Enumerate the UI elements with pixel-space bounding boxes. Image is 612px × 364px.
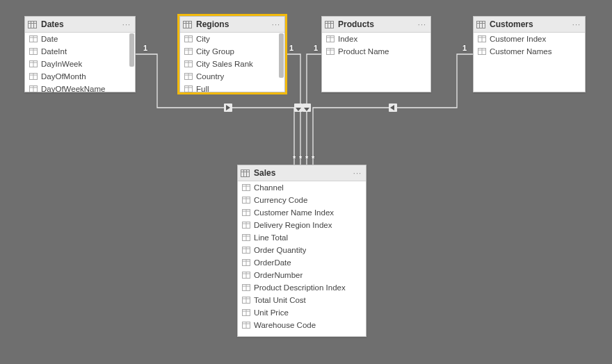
table-title: Regions: [196, 19, 271, 29]
table-products[interactable]: Products ··· Index Product Name: [321, 16, 431, 92]
field-row[interactable]: Customer Name Index: [238, 206, 366, 219]
model-diagram-canvas[interactable]: .conn { stroke:#e9e9e9; stroke-width:1.3…: [0, 0, 612, 364]
field-icon: [29, 35, 38, 42]
svg-rect-56: [477, 21, 485, 28]
field-row[interactable]: Total Unit Cost: [238, 294, 366, 306]
field-row[interactable]: Delivery Region Index: [238, 219, 366, 231]
field-icon: [242, 197, 250, 204]
table-title: Products: [338, 19, 417, 29]
more-icon[interactable]: ···: [571, 20, 582, 28]
cardinality-one: 1: [314, 44, 318, 52]
field-icon: [478, 35, 486, 42]
field-icon: [184, 35, 193, 42]
svg-rect-6: [389, 104, 397, 112]
field-icon: [242, 309, 250, 316]
field-row[interactable]: Order Quantity: [238, 244, 366, 256]
cardinality-many: *: [305, 154, 308, 163]
table-icon: [476, 21, 485, 28]
field-list: Channel Currency Code Customer Name Inde…: [238, 181, 366, 337]
field-icon: [29, 48, 38, 55]
table-header[interactable]: Regions ···: [180, 17, 284, 33]
field-icon: [242, 322, 250, 329]
field-icon: [184, 73, 193, 80]
svg-rect-4: [294, 104, 303, 112]
field-row[interactable]: Product Description Index: [238, 281, 366, 294]
field-row[interactable]: DayOfWeekName: [25, 83, 135, 92]
table-title: Customers: [490, 19, 571, 29]
table-regions[interactable]: Regions ··· City City Group City Sales R…: [179, 16, 285, 92]
table-header[interactable]: Dates ···: [25, 17, 135, 33]
field-row[interactable]: Index: [322, 33, 430, 45]
table-icon: [325, 21, 334, 28]
field-icon: [29, 73, 38, 80]
field-icon: [242, 247, 250, 254]
svg-marker-7: [390, 105, 394, 110]
field-icon: [242, 184, 250, 191]
cardinality-many: *: [312, 154, 314, 163]
field-row[interactable]: OrderDate: [238, 256, 366, 269]
scrollbar[interactable]: [129, 33, 134, 67]
field-icon: [326, 35, 335, 42]
field-row[interactable]: Product Name: [322, 45, 430, 58]
table-dates[interactable]: Dates ··· Date DateInt DayInWeek DayOfMo…: [24, 16, 136, 92]
field-row[interactable]: City: [180, 33, 284, 45]
field-row[interactable]: Date: [25, 33, 135, 45]
field-list: Index Product Name: [322, 33, 430, 92]
field-icon: [242, 234, 250, 241]
field-icon: [478, 48, 486, 55]
field-list: Customer Index Customer Names: [474, 33, 585, 92]
svg-rect-27: [184, 21, 192, 28]
field-row[interactable]: DayOfMonth: [25, 70, 135, 83]
more-icon[interactable]: ···: [417, 20, 428, 28]
cardinality-many: *: [299, 154, 302, 163]
cardinality-one: 1: [143, 44, 147, 52]
field-row[interactable]: Customer Names: [474, 45, 585, 58]
table-header[interactable]: Customers ···: [474, 17, 585, 33]
field-row[interactable]: City Group: [180, 45, 284, 58]
table-customers[interactable]: Customers ··· Customer Index Customer Na…: [473, 16, 586, 92]
svg-marker-3: [304, 108, 309, 111]
svg-rect-0: [224, 104, 232, 112]
field-icon: [242, 297, 250, 304]
field-row[interactable]: DayInWeek: [25, 58, 135, 70]
field-row[interactable]: Full: [180, 83, 284, 92]
field-list: City City Group City Sales Rank Country …: [180, 33, 284, 92]
field-icon: [326, 48, 335, 55]
table-sales[interactable]: Sales ··· Channel Currency Code Customer…: [237, 165, 367, 337]
field-row[interactable]: Line Total: [238, 231, 366, 244]
field-icon: [184, 48, 193, 55]
table-title: Dates: [41, 19, 121, 29]
table-title: Sales: [254, 168, 352, 178]
field-row[interactable]: DateInt: [25, 45, 135, 58]
field-row[interactable]: Channel: [238, 181, 366, 194]
field-icon: [29, 60, 38, 67]
field-row[interactable]: Unit Price: [238, 306, 366, 319]
field-icon: [242, 272, 250, 279]
field-row[interactable]: Customer Index: [474, 33, 585, 45]
table-icon: [183, 21, 192, 28]
svg-marker-5: [296, 108, 301, 111]
table-header[interactable]: Products ···: [322, 17, 430, 33]
field-icon: [29, 85, 38, 92]
more-icon[interactable]: ···: [271, 20, 282, 28]
field-icon: [184, 60, 193, 67]
svg-rect-66: [241, 169, 250, 176]
cardinality-one: 1: [289, 44, 293, 52]
more-icon[interactable]: ···: [352, 169, 363, 177]
field-icon: [242, 222, 250, 229]
field-row[interactable]: Warehouse Code: [238, 319, 366, 331]
svg-rect-8: [29, 21, 37, 28]
more-icon[interactable]: ···: [121, 20, 132, 28]
svg-marker-1: [226, 105, 230, 110]
field-icon: [184, 85, 193, 92]
table-icon: [241, 169, 250, 177]
field-row[interactable]: Country: [180, 70, 284, 83]
cardinality-many: *: [293, 154, 296, 163]
field-icon: [242, 284, 250, 291]
field-row[interactable]: City Sales Rank: [180, 58, 284, 70]
scrollbar[interactable]: [279, 33, 284, 78]
field-row[interactable]: Currency Code: [238, 194, 366, 206]
field-row[interactable]: OrderNumber: [238, 269, 366, 281]
field-icon: [242, 259, 250, 266]
table-header[interactable]: Sales ···: [238, 165, 366, 181]
